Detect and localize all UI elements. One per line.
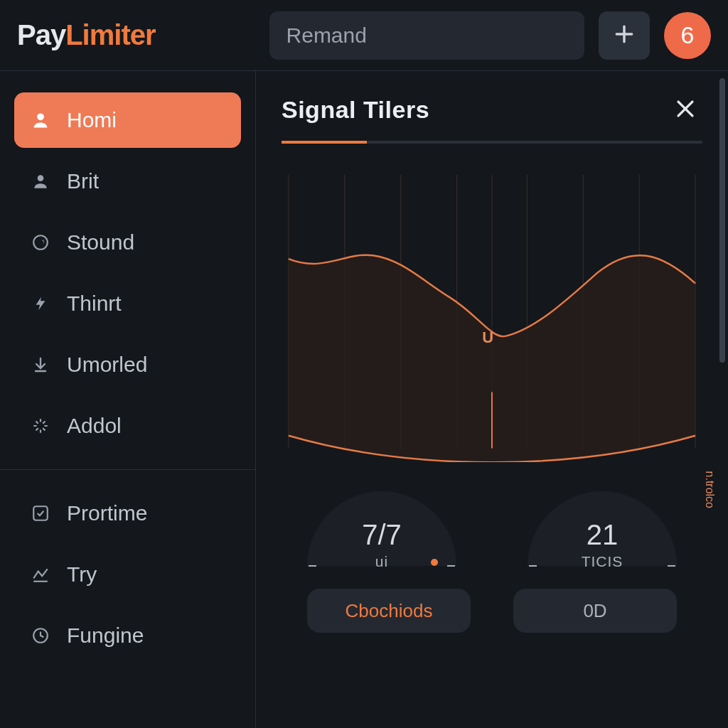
scrollbar[interactable] bbox=[719, 78, 725, 363]
gauge-right: 21 TICIS n.trolco bbox=[513, 473, 691, 576]
tab-indicator-active bbox=[282, 141, 367, 144]
sidebar-item-try[interactable]: Try bbox=[14, 547, 241, 602]
check-icon bbox=[30, 503, 51, 524]
sidebar-item-stound[interactable]: Stound bbox=[14, 215, 241, 270]
avatar-badge-text: 6 bbox=[681, 21, 695, 49]
spark-icon bbox=[30, 415, 51, 437]
sidebar-item-label: Fungine bbox=[67, 623, 144, 648]
user-icon bbox=[30, 109, 51, 131]
sidebar-item-label: Umorled bbox=[67, 353, 147, 377]
gauge-left-value: 7/7 bbox=[293, 519, 471, 551]
sidebar-item-label: Try bbox=[67, 562, 97, 587]
gauge-left-indicator bbox=[431, 559, 438, 566]
sidebar-item-label: Homi bbox=[67, 108, 117, 132]
sidebar-item-prortime[interactable]: Prortime bbox=[14, 486, 241, 541]
chart-icon bbox=[30, 564, 51, 585]
brand-part2: Limiter bbox=[65, 19, 155, 50]
sidebar: Homi Brit Stound Thinrt Umorled bbox=[0, 71, 256, 728]
signal-chart-svg bbox=[282, 161, 702, 462]
svg-point-3 bbox=[38, 175, 44, 181]
panel-title: Signal Tilers bbox=[282, 96, 429, 124]
gauge-left: 7/7 ui bbox=[293, 473, 471, 576]
gauge-left-button[interactable]: Cbochiods bbox=[307, 589, 471, 633]
brand-logo: PayLimiter bbox=[17, 19, 156, 51]
sidebar-item-umorled[interactable]: Umorled bbox=[14, 337, 241, 392]
sidebar-item-fungine[interactable]: Fungine bbox=[14, 608, 241, 663]
gauge-buttons: Cbochiods 0D bbox=[282, 589, 702, 633]
gauge-right-unit: TICIS bbox=[513, 553, 691, 570]
sidebar-item-label: Thinrt bbox=[67, 291, 122, 316]
close-button[interactable] bbox=[668, 92, 702, 127]
tab-indicator[interactable] bbox=[282, 141, 702, 144]
signal-chart: U bbox=[282, 161, 702, 466]
add-button[interactable] bbox=[599, 11, 650, 60]
sidebar-item-addol[interactable]: Addol bbox=[14, 398, 241, 454]
plus-icon bbox=[613, 23, 636, 48]
app-header: PayLimiter 6 bbox=[0, 0, 728, 71]
gauge-left-unit: ui bbox=[293, 553, 471, 570]
svg-point-2 bbox=[37, 113, 44, 120]
brand-part1: Pay bbox=[17, 19, 65, 50]
sidebar-item-thinrt[interactable]: Thinrt bbox=[14, 276, 241, 331]
sidebar-item-brit[interactable]: Brit bbox=[14, 154, 241, 209]
search-input[interactable] bbox=[269, 11, 584, 60]
svg-rect-7 bbox=[33, 506, 48, 520]
sidebar-separator bbox=[0, 469, 255, 470]
main-panel: Signal Tilers bbox=[256, 71, 728, 728]
sidebar-item-label: Addol bbox=[67, 414, 122, 438]
svg-point-4 bbox=[33, 235, 48, 250]
sidebar-item-label: Brit bbox=[67, 169, 99, 193]
gauge-right-button[interactable]: 0D bbox=[513, 589, 677, 633]
sidebar-item-label: Stound bbox=[67, 230, 134, 255]
clock-icon bbox=[30, 625, 51, 646]
gauge-right-value: 21 bbox=[513, 519, 691, 551]
panel-header: Signal Tilers bbox=[282, 92, 702, 127]
refresh-icon bbox=[30, 232, 51, 253]
download-icon bbox=[30, 354, 51, 375]
bolt-icon bbox=[30, 293, 51, 314]
sidebar-item-label: Prortime bbox=[67, 501, 147, 525]
avatar-badge[interactable]: 6 bbox=[664, 12, 711, 59]
gauge-right-side-label: n.trolco bbox=[703, 471, 716, 508]
sidebar-item-homi[interactable]: Homi bbox=[14, 92, 241, 148]
chart-marker: U bbox=[482, 328, 493, 347]
user-icon bbox=[30, 171, 51, 192]
close-icon bbox=[673, 97, 697, 123]
gauge-row: 7/7 ui bbox=[282, 473, 702, 576]
